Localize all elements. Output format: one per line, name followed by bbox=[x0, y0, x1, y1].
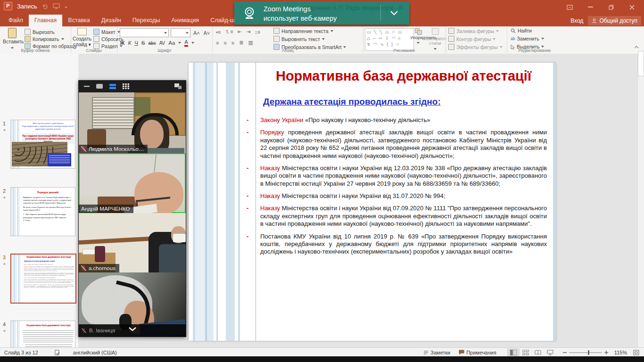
paste-button[interactable]: Вставить bbox=[3, 28, 22, 50]
speaker-view-icon[interactable] bbox=[96, 84, 103, 89]
participant-tile-active-speaker[interactable]: Андрій МАРЧЕНКО bbox=[79, 153, 186, 213]
slide-thumbnail-1[interactable]: Міністерство освіти і науки УкраїниРада … bbox=[10, 120, 75, 169]
qat-more-icon[interactable] bbox=[65, 3, 67, 10]
participant-name: a.chornous bbox=[89, 265, 116, 271]
share-button[interactable]: Общий доступ bbox=[588, 16, 641, 25]
grow-font-button[interactable]: A˄ bbox=[192, 30, 201, 36]
font-group: A˄ A˅ Ж К Ч S abc AV Aa А Шрифт bbox=[117, 26, 213, 53]
font-color-button[interactable]: А bbox=[184, 40, 188, 47]
ribbon-display-options-button[interactable] bbox=[559, 0, 580, 14]
shapes-gallery[interactable]: ▭ ╲ ╲ ▭ ○ ▭ △ ⌐ ⇨ ⇩ ◠ ▹ ↯ ◠ ∿ { } ☆ bbox=[365, 28, 414, 51]
underline-button[interactable]: Ч bbox=[134, 40, 138, 46]
notes-button[interactable]: Заметки bbox=[419, 350, 454, 355]
reading-view-button[interactable] bbox=[532, 348, 544, 357]
shape-fill-button[interactable]: Заливка фигуры bbox=[448, 28, 499, 34]
participant-name: Андрій МАРЧЕНКО bbox=[81, 206, 130, 212]
italic-button[interactable]: К bbox=[128, 40, 131, 46]
minimize-panel-icon[interactable] bbox=[84, 86, 90, 87]
align-text-button[interactable]: Выровнять текст bbox=[273, 36, 325, 42]
columns-button[interactable]: ▥ bbox=[248, 40, 253, 46]
exit-minimized-video-icon[interactable] bbox=[174, 83, 182, 89]
font-size-select[interactable] bbox=[171, 28, 190, 37]
animation-star-icon: ✶ bbox=[3, 128, 6, 132]
layout-button[interactable]: Макет bbox=[93, 29, 120, 35]
language-indicator[interactable]: английский (США) bbox=[65, 350, 121, 355]
thumb-number: 1 bbox=[3, 121, 6, 126]
close-button[interactable] bbox=[621, 0, 642, 14]
tab-file[interactable]: Файл bbox=[3, 15, 29, 26]
tab-design[interactable]: Дизайн bbox=[96, 15, 127, 26]
normal-view-button[interactable] bbox=[507, 348, 520, 357]
notification-expand-button[interactable] bbox=[390, 10, 398, 16]
current-slide-canvas[interactable]: Нормативна база державної атестації Держ… bbox=[189, 63, 556, 341]
tab-insert[interactable]: Вставка bbox=[62, 15, 95, 26]
character-spacing-button[interactable]: AV bbox=[159, 41, 165, 46]
notification-message: использует веб-камеру bbox=[264, 14, 337, 23]
tab-animations[interactable]: Анимация bbox=[165, 15, 205, 26]
shape-outline-button[interactable]: Контур фигуры bbox=[448, 36, 495, 42]
vertical-scrollbar[interactable] bbox=[637, 54, 644, 347]
font-name-select[interactable] bbox=[120, 28, 169, 37]
replace-button[interactable]: ab Заменить bbox=[511, 36, 544, 41]
tab-transitions[interactable]: Переходы bbox=[127, 15, 166, 26]
new-slide-button[interactable]: Создать слайд ▾ bbox=[72, 28, 92, 47]
bullets-button[interactable]: •≡ bbox=[216, 29, 221, 35]
restore-button[interactable] bbox=[601, 0, 621, 14]
arrange-button[interactable]: Упорядочить bbox=[410, 28, 426, 45]
increase-indent-button[interactable]: ⇥ bbox=[246, 29, 250, 35]
active-speaker-view-icon[interactable] bbox=[109, 84, 116, 89]
shape-format-group: Заливка фигуры Контур фигуры Эффекты фиг… bbox=[446, 26, 507, 53]
line-spacing-button[interactable]: ↕≡ bbox=[255, 29, 260, 35]
clipboard-icon bbox=[8, 28, 17, 38]
spellcheck-icon[interactable] bbox=[42, 350, 65, 355]
participant-tile[interactable]: В. Іваниця bbox=[79, 272, 186, 337]
bold-button[interactable]: Ж bbox=[120, 40, 124, 46]
participant-tile[interactable]: Людмила Москальо… bbox=[79, 92, 186, 153]
fit-to-window-button[interactable] bbox=[629, 350, 644, 355]
slide-sorter-view-button[interactable] bbox=[520, 348, 532, 357]
undo-icon[interactable] bbox=[42, 3, 48, 9]
decrease-indent-button[interactable]: ⇤ bbox=[238, 29, 242, 35]
shape-effects-button[interactable]: Эффекты фигуры bbox=[448, 44, 503, 50]
zoom-meeting-panel[interactable]: Людмила Москальо… Андрій МАРЧЕНКО bbox=[78, 80, 186, 337]
align-center-button[interactable]: ≡ bbox=[223, 40, 226, 46]
sign-in-button[interactable]: Вход bbox=[570, 17, 583, 24]
clear-formatting-button[interactable]: abc bbox=[149, 41, 156, 46]
slideshow-view-button[interactable] bbox=[544, 348, 556, 357]
find-button[interactable]: Найти bbox=[511, 28, 532, 33]
shrink-font-button[interactable]: A˅ bbox=[203, 30, 211, 36]
zoom-panel-header[interactable] bbox=[78, 80, 186, 92]
slide-thumbnail-2[interactable]: Порядок денний: Відкриває засідання в.о.… bbox=[10, 187, 75, 236]
photo-caption-box bbox=[48, 153, 71, 166]
taskbar-strip bbox=[0, 356, 644, 362]
gallery-view-icon[interactable] bbox=[123, 83, 129, 89]
zoom-out-button[interactable] bbox=[561, 352, 569, 353]
comments-button[interactable]: Примечания bbox=[454, 350, 501, 355]
more-participants-chevron-icon[interactable] bbox=[128, 326, 137, 332]
copy-button[interactable]: Копировать bbox=[25, 36, 64, 42]
change-case-button[interactable]: Aa bbox=[168, 40, 175, 46]
minimize-button[interactable] bbox=[580, 0, 601, 14]
slide-thumbnail-pane: 1 ✶ Міністерство освіти і науки УкраїниР… bbox=[0, 54, 79, 347]
align-left-button[interactable]: ≡ bbox=[216, 40, 219, 46]
slide-thumbnail-4[interactable]: Нормативна база державної атестації За п… bbox=[10, 321, 75, 347]
participant-tile[interactable]: a.chornous bbox=[79, 213, 186, 272]
zoom-slider[interactable] bbox=[569, 352, 602, 353]
zoom-in-button[interactable] bbox=[602, 351, 611, 354]
slide-title[interactable]: Нормативна база державної атестації bbox=[259, 68, 548, 84]
zoom-level[interactable]: 115% bbox=[612, 350, 629, 355]
camera-notification[interactable]: Марченко А.П. Рада проректорів - PowerPo… bbox=[234, 1, 409, 25]
slide-thumbnail-3-selected[interactable]: Нормативна база державної атестації Держ… bbox=[10, 254, 76, 304]
text-direction-button[interactable]: Направление текста bbox=[273, 28, 333, 34]
scrollbar-thumb[interactable] bbox=[638, 51, 644, 76]
cut-button[interactable]: Вырезать bbox=[25, 29, 55, 35]
tab-home[interactable]: Главная bbox=[29, 15, 63, 26]
slide-body-text[interactable]: -Закону України «Про наукову і науково-т… bbox=[260, 116, 547, 261]
align-right-button[interactable]: ≡ bbox=[231, 40, 234, 46]
collapse-ribbon-icon[interactable] bbox=[634, 45, 639, 49]
start-slideshow-icon[interactable] bbox=[53, 3, 60, 9]
justify-button[interactable]: ≣ bbox=[239, 40, 243, 46]
numbering-button[interactable]: ⒈≡ bbox=[225, 28, 233, 35]
slide-subtitle[interactable]: Держана атестація проводилась згідно: bbox=[263, 97, 441, 107]
strikethrough-button[interactable]: S bbox=[141, 40, 145, 46]
